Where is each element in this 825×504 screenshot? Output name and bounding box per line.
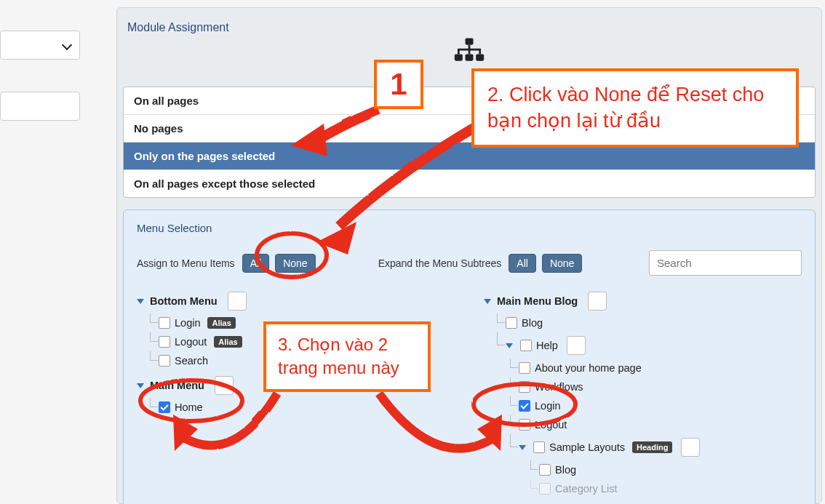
checkbox[interactable] xyxy=(520,340,532,351)
tree-item-catlist[interactable]: Category List xyxy=(525,479,802,498)
menu-selection-box: Menu Selection Assign to Menu Items All … xyxy=(123,209,816,504)
tree-item-logout2[interactable]: Logout xyxy=(504,415,802,434)
item-label: Logout xyxy=(535,419,567,431)
tree-item-login2[interactable]: Login xyxy=(504,396,802,415)
expand-all-button[interactable]: All xyxy=(509,254,536,273)
item-label: Help xyxy=(536,340,558,351)
checkbox[interactable] xyxy=(159,355,170,367)
item-label: Sample Layouts xyxy=(549,441,625,453)
chevron-down-icon xyxy=(62,40,72,50)
menu-col-left: Bottom Menu Login Alias Logout Alias xyxy=(137,289,455,501)
svg-rect-3 xyxy=(476,55,484,61)
opt-except-selected[interactable]: On all pages except those selected xyxy=(124,170,815,197)
checkbox-checked[interactable] xyxy=(159,401,170,413)
assign-to-label: Assign to Menu Items xyxy=(137,257,235,269)
checkbox-checked[interactable] xyxy=(519,400,530,412)
help-select-button[interactable] xyxy=(567,336,586,355)
caret-icon[interactable] xyxy=(137,383,144,388)
checkbox[interactable] xyxy=(539,464,551,476)
expand-label: Expand the Menu Subtrees xyxy=(378,257,502,269)
tree-item-help[interactable]: Help xyxy=(491,332,802,359)
annotation-2: 2. Click vào None để Reset cho bạn chọn … xyxy=(471,68,799,148)
item-label: Search xyxy=(175,355,208,367)
bottom-menu-select-button[interactable] xyxy=(228,292,247,311)
annotation-3: 3. Chọn vào 2 trang menu này xyxy=(263,321,431,392)
caret-icon[interactable] xyxy=(519,445,526,450)
assign-all-button[interactable]: All xyxy=(242,254,270,273)
checkbox[interactable] xyxy=(539,483,551,495)
item-label: Login xyxy=(535,400,560,412)
tree-item-sample[interactable]: Sample Layouts Heading xyxy=(504,434,802,460)
item-label: Logout xyxy=(175,336,207,348)
sample-select-button[interactable] xyxy=(681,438,700,457)
caret-icon[interactable] xyxy=(484,299,491,304)
expand-none-button[interactable]: None xyxy=(542,254,582,273)
tree-item-home[interactable]: Home xyxy=(144,398,455,417)
menu-col-right: Main Menu Blog Blog Help xyxy=(484,289,802,501)
sidebar-select-2[interactable] xyxy=(0,92,80,121)
item-label: About your home page xyxy=(535,362,642,374)
svg-rect-1 xyxy=(455,55,463,61)
main-menu-blog-name: Main Menu Blog xyxy=(497,295,578,307)
menu-search-input[interactable] xyxy=(649,250,802,276)
bottom-menu-name: Bottom Menu xyxy=(150,295,218,307)
heading-tag: Heading xyxy=(632,441,672,453)
item-label: Login xyxy=(175,317,200,329)
tree-item-workflows[interactable]: Workflows xyxy=(504,377,802,396)
caret-icon[interactable] xyxy=(137,299,144,304)
assign-none-button[interactable]: None xyxy=(275,254,315,273)
checkbox[interactable] xyxy=(519,362,530,374)
alias-tag: Alias xyxy=(214,336,242,348)
main-menu-select-button[interactable] xyxy=(215,376,234,395)
item-label: Category List xyxy=(555,483,617,495)
svg-rect-0 xyxy=(466,39,474,45)
alias-tag: Alias xyxy=(207,317,235,329)
item-label: Home xyxy=(175,401,203,413)
item-label: Workflows xyxy=(535,381,583,393)
item-label: Blog xyxy=(555,464,576,476)
checkbox[interactable] xyxy=(159,317,170,329)
menu-selection-controls: Assign to Menu Items All None Expand the… xyxy=(137,250,802,276)
checkbox[interactable] xyxy=(519,381,530,393)
main-menu-name: Main Menu xyxy=(150,380,204,391)
svg-rect-2 xyxy=(466,55,474,61)
tree-item-sblog[interactable]: Blog xyxy=(525,460,802,479)
main-menu-blog-select-button[interactable] xyxy=(588,292,607,311)
checkbox[interactable] xyxy=(533,441,545,453)
checkbox[interactable] xyxy=(159,336,170,348)
caret-icon[interactable] xyxy=(506,343,513,348)
menu-selection-title: Menu Selection xyxy=(137,222,802,234)
checkbox[interactable] xyxy=(506,317,517,329)
tree-item-about[interactable]: About your home page xyxy=(504,359,802,377)
sidebar-select-1[interactable] xyxy=(0,31,80,60)
annotation-1: 1 xyxy=(374,60,423,109)
checkbox[interactable] xyxy=(519,419,530,431)
menu-columns: Bottom Menu Login Alias Logout Alias xyxy=(137,289,802,501)
item-label: Blog xyxy=(522,317,543,329)
module-assignment-title: Module Assignment xyxy=(117,8,821,34)
tree-item-blog[interactable]: Blog xyxy=(491,313,802,332)
main-menu-blog-group: Main Menu Blog Blog Help xyxy=(484,289,802,498)
sitemap-icon xyxy=(453,37,485,66)
